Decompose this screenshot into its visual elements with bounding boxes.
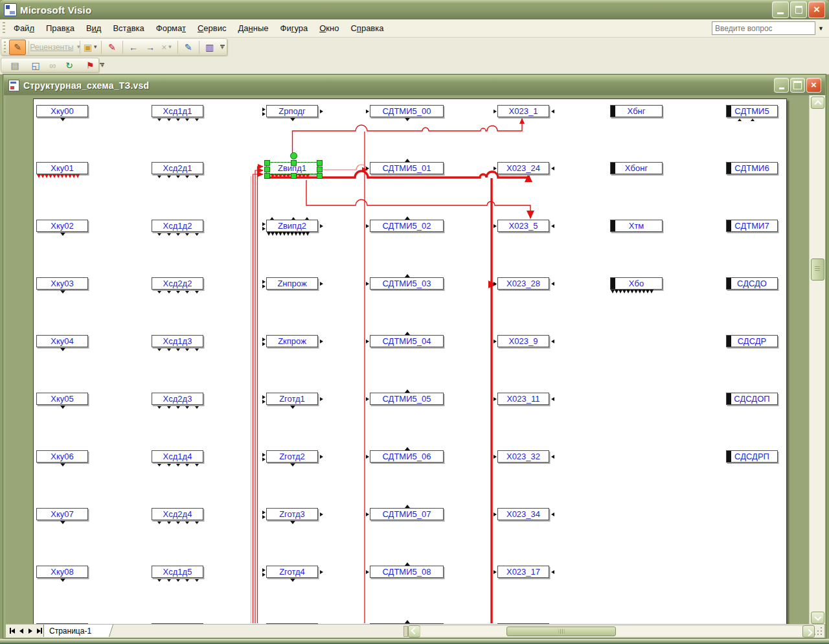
shape-Хсд2д4[interactable]: Хсд2д4 [152,508,203,520]
shape-Хку02[interactable]: Хку02 [36,220,88,232]
toolbar-overflow-button[interactable]: ▼ [220,45,225,49]
selection-handle[interactable] [317,167,323,172]
shape-СДТМИ5_05[interactable]: СДТМИ5_05 [370,393,444,405]
last-page-button[interactable] [35,626,43,636]
shape-Zготд4[interactable]: Zготд4 [266,566,318,578]
shape-Х023_11[interactable]: Х023_11 [497,393,549,405]
scroll-left-button[interactable] [408,625,420,638]
selection-handle[interactable] [291,160,297,166]
shape-СДТМИ5_06[interactable]: СДТМИ5_06 [370,450,444,463]
vertical-scrollbar[interactable] [809,95,825,624]
menu-item[interactable]: Правка [40,21,80,36]
vertical-scrollbar-thumb[interactable] [811,259,824,281]
refresh-data-button[interactable]: ↻ [62,58,77,73]
menu-item[interactable]: Файл [8,21,40,36]
toolbar-overflow-button[interactable]: ▼ [100,63,105,67]
reviewing-pane-button[interactable]: ▥ [202,40,218,54]
menu-item[interactable]: Данные [233,21,275,36]
tab-scrollbar-splitter[interactable] [403,626,408,637]
reviewers-dropdown[interactable]: Рецензенты▼ [32,40,77,54]
selection-handle[interactable] [264,160,270,166]
shape-Х023_24[interactable]: Х023_24 [497,162,549,174]
shape-Хку04[interactable]: Хку04 [36,335,88,347]
menu-item[interactable]: Справка [345,21,389,36]
menu-item[interactable]: Окно [313,21,345,36]
shape-Хку07[interactable]: Хку07 [36,508,88,520]
rotation-handle[interactable] [290,152,297,159]
shape-СДСДО[interactable]: СДСДО [726,277,778,290]
link-button[interactable]: ∞ [45,58,60,73]
insert-comment-button[interactable]: ▣▼ [83,40,98,54]
shape-Zвипд1[interactable]: Zвипд1 [266,162,318,174]
shape-Zготд3[interactable]: Zготд3 [266,508,318,520]
shape-properties-button[interactable]: ▤ [7,58,23,73]
shape-Хку03[interactable]: Хку03 [36,277,88,290]
shape-СДСДР[interactable]: СДСДР [726,335,778,347]
export-flag-button[interactable]: ⚑ [82,58,98,73]
shape-СДТМИ5_00[interactable]: СДТМИ5_00 [370,105,444,117]
horizontal-scrollbar[interactable] [420,625,803,638]
shape-Хку00[interactable]: Хку00 [36,105,88,117]
menu-item[interactable]: Фигура [275,21,314,36]
shape-Хбонг[interactable]: Хбонг [610,162,663,174]
shape-СДСДОП[interactable]: СДСДОП [726,393,778,405]
shape-Х023_1[interactable]: Х023_1 [497,105,549,117]
shape-Х023_9[interactable]: Х023_9 [497,335,549,347]
shape-Хбо[interactable]: Хбо [610,277,663,290]
selection-handle[interactable] [317,160,323,166]
shape-Хсд1д3[interactable]: Хсд1д3 [152,335,203,347]
menu-item[interactable]: Вставка [107,21,150,36]
shape-Хсд1д5[interactable]: Хсд1д5 [152,566,203,578]
shape-Хсд1д1[interactable]: Хсд1д1 [152,105,203,117]
shape-Хку05[interactable]: Хку05 [36,393,88,405]
menu-item[interactable]: Сервис [192,21,233,36]
shape-СДТМИ5_02[interactable]: СДТМИ5_02 [370,220,444,232]
restore-button[interactable] [790,1,807,18]
shape-СДТМИ5[interactable]: СДТМИ5 [726,105,778,117]
shape-Хсд2д1[interactable]: Хсд2д1 [152,162,203,174]
shape-Х023_32[interactable]: Х023_32 [497,450,549,463]
resize-grip[interactable] [814,627,823,635]
selection-handle[interactable] [291,173,297,179]
shape-Хку01[interactable]: Хку01 [36,162,88,174]
shape-Zготд1[interactable]: Zготд1 [266,393,318,405]
previous-markup-button[interactable]: ← [126,40,141,54]
scroll-up-button[interactable] [811,97,824,109]
toolbar-grip[interactable] [3,22,5,34]
shape-СДТМИ5_04[interactable]: СДТМИ5_04 [370,335,444,347]
selection-handle[interactable] [317,173,323,179]
horizontal-scrollbar-thumb[interactable] [506,627,616,636]
shape-СДТМИ5_08[interactable]: СДТМИ5_08 [370,566,444,578]
shape-Хсд2д3[interactable]: Хсд2д3 [152,393,203,405]
shape-СДТМИ5_07[interactable]: СДТМИ5_07 [370,508,444,520]
shape-СДТМИ7[interactable]: СДТМИ7 [726,220,778,232]
ask-a-question-input[interactable] [712,21,815,35]
scroll-down-button[interactable] [811,612,824,624]
edit-comment-button[interactable]: ✎ [181,40,196,54]
shape-Х023_17[interactable]: Х023_17 [497,566,549,578]
shape-Хбнг[interactable]: Хбнг [610,105,663,117]
shape-Х023_5[interactable]: Х023_5 [497,220,549,232]
copy-drawing-button[interactable]: ◱ [28,58,43,73]
shape-Хсд2д2[interactable]: Хсд2д2 [152,277,203,290]
shape-Zнпрож[interactable]: Zнпрож [266,277,318,290]
shape-Хсд1д4[interactable]: Хсд1д4 [152,450,203,463]
shape-Zвипд2[interactable]: Zвипд2 [266,220,318,232]
reject-ink-button[interactable]: ✎ [104,40,120,54]
shape-СДТМИ5_01[interactable]: СДТМИ5_01 [370,162,444,174]
shape-Zкпрож[interactable]: Zкпрож [266,335,318,347]
selection-handle[interactable] [264,173,270,179]
scroll-right-button[interactable] [802,625,815,638]
menu-item[interactable]: Вид [80,21,108,36]
doc-close-button[interactable]: × [806,78,821,93]
delete-markup-button[interactable]: ×▼ [159,40,175,54]
doc-minimize-button[interactable] [774,78,789,93]
toolbar-grip[interactable] [4,41,6,53]
shape-Хку06[interactable]: Хку06 [36,450,88,463]
shape-Хку08[interactable]: Хку08 [36,566,88,578]
shape-Х023_28[interactable]: Х023_28 [497,277,549,290]
shape-СДТМИ5_03[interactable]: СДТМИ5_03 [370,277,444,290]
page-tab[interactable]: Страница-1 [43,625,106,637]
next-page-button[interactable] [26,626,34,636]
shape-СДСДРП[interactable]: СДСДРП [726,450,778,463]
